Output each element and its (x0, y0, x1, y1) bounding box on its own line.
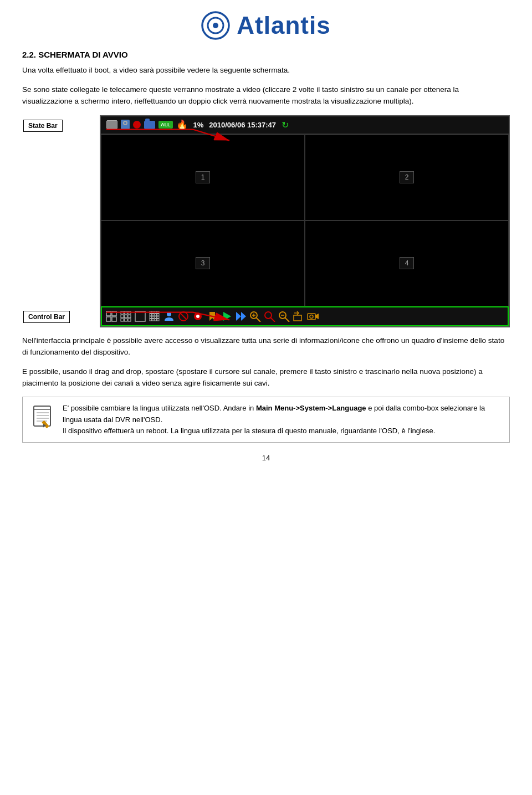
svg-rect-3 (106, 311, 111, 316)
svg-point-2 (213, 23, 218, 28)
body-para2: Se sono state collegate le telecamere qu… (22, 84, 510, 107)
ctrl-record-icon (192, 310, 204, 322)
ctrl-forward-icon (235, 310, 247, 322)
svg-rect-50 (294, 315, 301, 321)
control-bar-label: Control Bar (23, 311, 70, 323)
svg-rect-22 (152, 314, 155, 316)
ctrl-grid16-icon (149, 310, 161, 322)
note-text-content: E' possibile cambiare la lingua utilizza… (63, 403, 502, 436)
svg-rect-23 (155, 314, 157, 316)
svg-rect-9 (128, 311, 131, 314)
svg-marker-54 (315, 314, 319, 319)
note-pencil-icon (30, 404, 55, 432)
note-text-part1: E' possibile cambiare la lingua utilizza… (63, 404, 256, 412)
svg-rect-10 (121, 315, 124, 317)
refresh-icon: ↻ (282, 120, 289, 130)
svg-point-53 (310, 315, 313, 318)
ctrl-zoom-out-icon (278, 310, 290, 322)
camera-cell-2: 2 (305, 135, 509, 220)
svg-rect-28 (157, 316, 160, 319)
svg-rect-31 (155, 319, 157, 321)
svg-rect-26 (152, 316, 155, 319)
camera-number-1: 1 (196, 171, 210, 183)
alert-icon: 🔥 (176, 120, 188, 130)
camera-number-4: 4 (400, 257, 414, 269)
body-para3: Nell'interfaccia principale è possibile … (22, 335, 510, 358)
svg-rect-6 (112, 317, 116, 321)
ctrl-no-icon (177, 310, 190, 322)
svg-rect-14 (125, 319, 127, 321)
svg-rect-24 (157, 314, 160, 316)
svg-line-42 (256, 317, 260, 322)
svg-rect-7 (121, 311, 124, 314)
ctrl-bookmark-icon (206, 310, 218, 322)
atlantis-logo-icon (201, 11, 230, 40)
svg-rect-17 (150, 311, 152, 314)
note-text-part3: Il dispositivo effettuerà un reboot. La … (63, 427, 435, 435)
svg-rect-13 (121, 319, 124, 321)
camera-grid: 1 2 3 4 (101, 134, 509, 306)
ctrl-red-magnify-icon (264, 310, 276, 322)
ctrl-camera-icon (307, 310, 319, 322)
svg-rect-30 (152, 319, 155, 321)
svg-line-35 (180, 313, 187, 320)
svg-rect-4 (112, 311, 116, 316)
body-para4: E possibile, usando il drag and drop, sp… (22, 366, 510, 389)
ctrl-person-icon (163, 310, 175, 322)
svg-rect-25 (150, 316, 152, 319)
page-number: 14 (22, 454, 510, 462)
svg-rect-11 (125, 315, 127, 317)
svg-marker-40 (241, 312, 246, 321)
svg-point-37 (196, 315, 200, 318)
state-bar-percent: 1% (193, 121, 204, 129)
svg-line-46 (270, 317, 275, 322)
svg-rect-19 (155, 311, 157, 314)
camera-number-3: 3 (196, 257, 210, 269)
svg-rect-12 (128, 315, 131, 317)
section-heading: 2.2. SCHERMATA DI AVVIO (22, 50, 510, 59)
dvr-screen-section: State Bar Control Bar ALL 🔥 1% 2010/06/0… (100, 115, 510, 327)
ctrl-grid4-icon (105, 310, 117, 322)
body-para1: Una volta effettuato il boot, a video sa… (22, 65, 510, 76)
dvr-screen: ALL 🔥 1% 2010/06/06 15:37:47 ↻ 1 2 3 4 (100, 115, 510, 327)
svg-rect-16 (135, 311, 145, 321)
svg-rect-5 (106, 317, 111, 321)
svg-rect-15 (128, 319, 131, 321)
svg-rect-29 (150, 319, 152, 321)
svg-rect-32 (157, 319, 160, 321)
page-header: Atlantis (22, 11, 510, 40)
svg-rect-52 (308, 314, 315, 320)
all-badge-icon: ALL (158, 121, 173, 129)
state-bar-datetime: 2010/06/06 15:37:47 (209, 121, 276, 129)
svg-rect-21 (150, 314, 152, 316)
camera-cell-3: 3 (101, 220, 305, 306)
camera-cell-1: 1 (101, 135, 305, 220)
folder-icon (144, 121, 155, 129)
note-bold-text: Main Menu->System->Language (256, 404, 366, 412)
ctrl-search-zoom-icon (249, 310, 262, 322)
state-bar-label: State Bar (23, 120, 63, 132)
svg-rect-18 (152, 311, 155, 314)
svg-marker-39 (236, 312, 241, 321)
svg-rect-20 (157, 311, 160, 314)
camera-cell-4: 4 (305, 220, 509, 306)
dvr-control-bar (101, 306, 509, 326)
svg-marker-38 (223, 312, 231, 321)
svg-rect-62 (42, 420, 49, 428)
camera-number-2: 2 (400, 171, 414, 183)
ctrl-single-icon (134, 310, 146, 322)
svg-rect-8 (125, 311, 127, 314)
usb-icon (121, 120, 130, 130)
ctrl-grid9-icon (120, 310, 132, 322)
dvr-state-bar: ALL 🔥 1% 2010/06/06 15:37:47 ↻ (101, 116, 509, 134)
record-dot-icon (133, 121, 141, 129)
monitor-icon (106, 120, 117, 129)
note-box: E' possibile cambiare la lingua utilizza… (22, 397, 510, 442)
svg-point-33 (167, 312, 171, 316)
svg-rect-27 (155, 316, 157, 319)
ctrl-export-icon (293, 310, 305, 322)
ctrl-play-icon (221, 310, 233, 322)
svg-line-48 (285, 317, 289, 322)
brand-title: Atlantis (237, 12, 330, 39)
